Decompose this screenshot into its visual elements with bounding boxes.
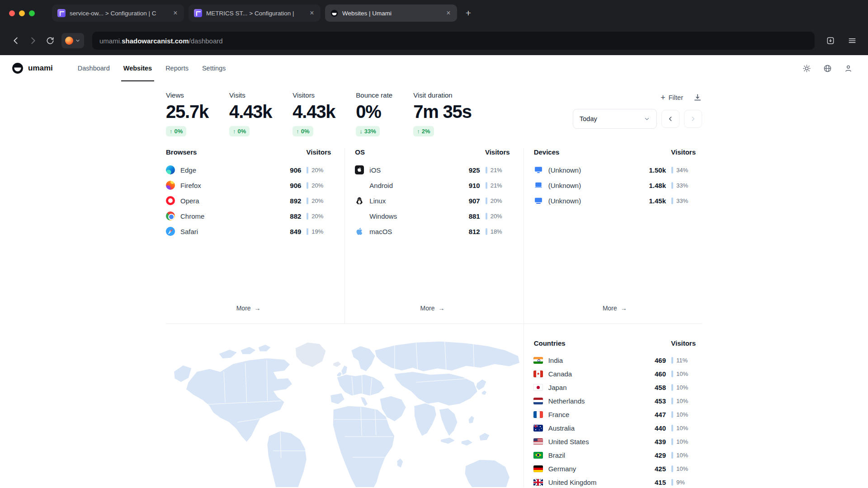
- menu-icon[interactable]: [844, 33, 860, 48]
- plus-icon: +: [660, 94, 665, 102]
- country-row[interactable]: India46911%: [534, 353, 696, 367]
- flag-ca-icon: [534, 369, 543, 378]
- map-section: Countries Visitors India46911%Canada4601…: [166, 324, 702, 487]
- percent-bar: [486, 228, 487, 235]
- world-map-svg: [166, 329, 524, 487]
- filter-button[interactable]: + Filter: [660, 94, 683, 102]
- extension-icon[interactable]: [823, 33, 838, 48]
- row-percent: 21%: [486, 182, 510, 189]
- nav-item-reports[interactable]: Reports: [159, 55, 195, 81]
- browsers-row[interactable]: Opera89220%: [166, 193, 331, 208]
- country-visitors-value: 440: [655, 424, 666, 432]
- browsers-row[interactable]: Firefox90620%: [166, 178, 331, 193]
- browsers-row[interactable]: Chrome88220%: [166, 208, 331, 224]
- os-row[interactable]: macOS81218%: [355, 224, 509, 239]
- chevron-down-icon: [644, 116, 650, 122]
- os-more-link[interactable]: More →: [420, 296, 445, 312]
- app-header: umami Dashboard Websites Reports Setting…: [0, 55, 868, 81]
- browsers-more-link[interactable]: More →: [236, 296, 261, 312]
- country-name: United States: [548, 438, 589, 446]
- country-row[interactable]: Australia44010%: [534, 421, 696, 435]
- os-row[interactable]: Android91021%: [355, 178, 509, 193]
- export-download-icon[interactable]: [693, 93, 702, 102]
- flag-nl-icon: [534, 396, 543, 405]
- panel-browsers: BrowsersVisitorsEdge90620%Firefox90620%O…: [166, 148, 344, 324]
- forward-button[interactable]: [25, 33, 41, 48]
- profile-chip[interactable]: [61, 33, 84, 48]
- devices-row[interactable]: (Unknown)1.50k34%: [534, 162, 696, 178]
- percent-bar: [307, 213, 308, 220]
- percent-bar: [307, 197, 308, 204]
- close-tab-icon[interactable]: ×: [444, 9, 453, 17]
- back-button[interactable]: [8, 33, 24, 48]
- row-label: Windows: [369, 212, 397, 220]
- windows-icon: [355, 211, 364, 221]
- country-row[interactable]: United Kingdom4159%: [534, 475, 696, 487]
- umami-favicon-icon: [330, 9, 338, 17]
- browsers-row[interactable]: Edge90620%: [166, 162, 331, 178]
- next-period-button[interactable]: [684, 110, 702, 128]
- macos-icon: [355, 227, 364, 236]
- browser-tab-2[interactable]: METRICS ST... > Configuration | ×: [189, 5, 321, 22]
- nav-item-settings[interactable]: Settings: [195, 55, 232, 81]
- profile-icon[interactable]: [840, 60, 856, 76]
- devices-row[interactable]: (Unknown)1.45k33%: [534, 193, 696, 208]
- metric-value: 25.7k: [166, 103, 208, 121]
- nav-item-websites[interactable]: Websites: [117, 55, 159, 81]
- devices-more-link[interactable]: More →: [603, 296, 627, 312]
- new-tab-button[interactable]: +: [462, 6, 475, 20]
- row-percent: 33%: [671, 182, 696, 189]
- zoom-window-button[interactable]: [29, 10, 35, 16]
- tab-label: Websites | Umami: [342, 10, 440, 17]
- row-label: Opera: [180, 197, 199, 205]
- country-visitors-value: 415: [655, 479, 666, 486]
- country-row[interactable]: Brazil42910%: [534, 448, 696, 462]
- row-visitors-value: 1.48k: [649, 182, 666, 189]
- minimize-window-button[interactable]: [19, 10, 25, 16]
- country-row[interactable]: United States43910%: [534, 435, 696, 448]
- close-tab-icon[interactable]: ×: [171, 9, 179, 17]
- umami-brand[interactable]: umami: [12, 62, 53, 74]
- os-row[interactable]: Windows88120%: [355, 208, 509, 224]
- arrow-up-icon: ↑: [170, 128, 173, 135]
- country-row[interactable]: Germany42510%: [534, 462, 696, 475]
- monitor-icon: [534, 196, 543, 205]
- metric-visitors: Visitors4.43k↑0%: [292, 91, 335, 136]
- theme-toggle-icon[interactable]: [798, 60, 815, 76]
- os-row[interactable]: iOS92521%: [355, 162, 509, 178]
- browsers-row[interactable]: Safari84919%: [166, 224, 331, 239]
- row-percent: 19%: [307, 228, 331, 235]
- countries-list: India46911%Canada46010%Japan45810%Nether…: [534, 353, 696, 487]
- country-row[interactable]: Netherlands45310%: [534, 394, 696, 408]
- row-percent: 20%: [307, 213, 331, 220]
- address-bar[interactable]: umami.shadowarcanist.com/dashboard: [92, 32, 815, 50]
- country-name: United Kingdom: [548, 479, 597, 486]
- browser-tab-active[interactable]: Websites | Umami ×: [325, 5, 457, 22]
- language-globe-icon[interactable]: [819, 60, 835, 76]
- reload-button[interactable]: [42, 33, 58, 48]
- os-row[interactable]: Linux90720%: [355, 193, 509, 208]
- opera-icon: [166, 196, 175, 205]
- percent-bar: [671, 371, 673, 377]
- nav-item-dashboard[interactable]: Dashboard: [71, 55, 117, 81]
- percent-bar: [486, 182, 487, 189]
- percent-bar: [671, 384, 673, 391]
- countries-title: Countries: [534, 339, 566, 347]
- metric-change-badge: ↑0%: [166, 126, 186, 136]
- devices-row[interactable]: (Unknown)1.48k33%: [534, 178, 696, 193]
- close-window-button[interactable]: [9, 10, 15, 16]
- percent-bar: [671, 465, 673, 472]
- url-path: /dashboard: [189, 37, 223, 45]
- row-visitors-value: 906: [290, 166, 301, 174]
- date-range-select[interactable]: Today: [573, 109, 657, 129]
- tab-strip: service-ow... > Configuration | C × METR…: [0, 0, 868, 26]
- country-row[interactable]: France44710%: [534, 408, 696, 421]
- tab-label: METRICS ST... > Configuration |: [206, 10, 304, 17]
- arrow-right-icon: →: [255, 305, 261, 312]
- country-row[interactable]: Japan45810%: [534, 380, 696, 394]
- country-row[interactable]: Canada46010%: [534, 367, 696, 380]
- metric-value: 4.43k: [229, 103, 272, 121]
- close-tab-icon[interactable]: ×: [308, 9, 316, 17]
- browser-tab-1[interactable]: service-ow... > Configuration | C ×: [52, 5, 184, 22]
- previous-period-button[interactable]: [661, 110, 679, 128]
